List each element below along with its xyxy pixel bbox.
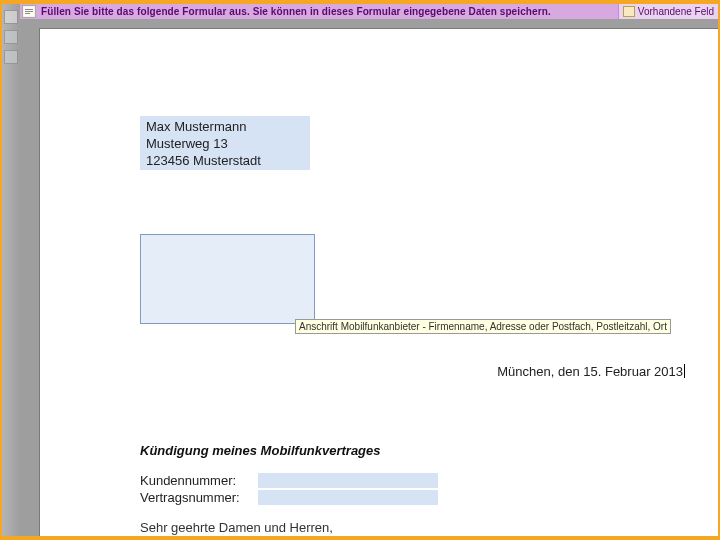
sender-street: Musterweg 13 [146, 135, 304, 152]
letter-date: München, den 15. Februar 2013 [497, 364, 685, 379]
vertical-toolbar [2, 4, 20, 536]
letter-salutation: Sehr geehrte Damen und Herren, [140, 520, 680, 535]
page-thumbnail-icon[interactable] [4, 10, 18, 24]
recipient-address-field[interactable] [140, 234, 315, 324]
form-alert-message: Füllen Sie bitte das folgende Formular a… [39, 6, 618, 17]
tool-icon[interactable] [4, 30, 18, 44]
svg-rect-3 [25, 13, 30, 14]
form-fill-alert-bar: Füllen Sie bitte das folgende Formular a… [20, 4, 718, 19]
letter-subject: Kündigung meines Mobilfunkvertrages [140, 443, 680, 458]
form-icon [22, 5, 36, 18]
contract-number-row: Vertragsnummer: [140, 489, 680, 506]
app-frame: Füllen Sie bitte das folgende Formular a… [0, 0, 720, 540]
tool-icon[interactable] [4, 50, 18, 64]
svg-rect-2 [25, 11, 33, 12]
document-viewport[interactable]: Max Mustermann Musterweg 13 123456 Muste… [20, 19, 718, 536]
sender-city: 123456 Musterstadt [146, 152, 304, 169]
customer-number-row: Kundennummer: [140, 472, 680, 489]
reference-rows: Kundennummer: Vertragsnummer: [140, 472, 680, 506]
sender-name: Max Mustermann [146, 118, 304, 135]
highlight-fields-label: Vorhandene Feld [638, 6, 714, 17]
contract-number-field[interactable] [258, 490, 438, 505]
folder-icon [623, 6, 635, 17]
svg-rect-1 [25, 9, 33, 10]
sender-address-field[interactable]: Max Mustermann Musterweg 13 123456 Muste… [140, 116, 310, 170]
contract-number-label: Vertragsnummer: [140, 490, 258, 505]
document-page: Max Mustermann Musterweg 13 123456 Muste… [40, 29, 718, 536]
letter-body: Kündigung meines Mobilfunkvertrages Kund… [140, 443, 680, 535]
customer-number-field[interactable] [258, 473, 438, 488]
highlight-fields-button[interactable]: Vorhandene Feld [618, 4, 718, 19]
field-tooltip: Anschrift Mobilfunkanbieter - Firmenname… [295, 319, 671, 334]
customer-number-label: Kundennummer: [140, 473, 258, 488]
